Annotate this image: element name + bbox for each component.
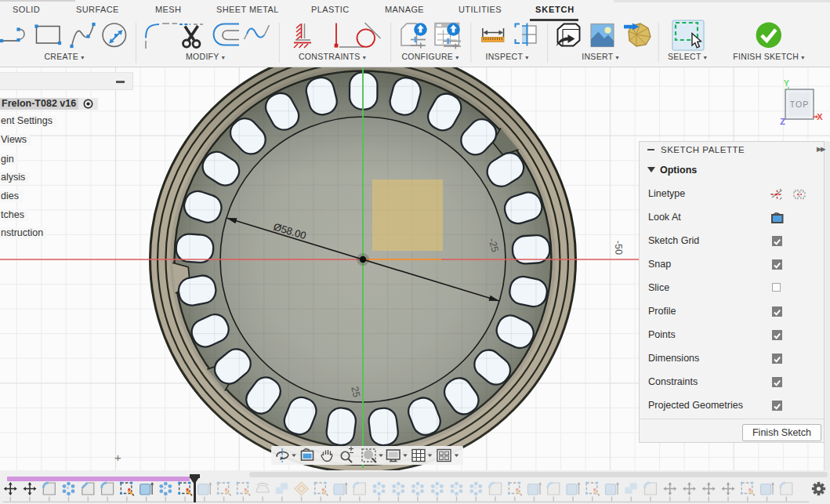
svg-text:25: 25	[349, 386, 362, 399]
svg-text:-50: -50	[613, 241, 625, 256]
svg-text:Z: Z	[780, 117, 785, 126]
svg-text:Y: Y	[784, 78, 790, 88]
svg-text:TOP: TOP	[790, 100, 809, 109]
